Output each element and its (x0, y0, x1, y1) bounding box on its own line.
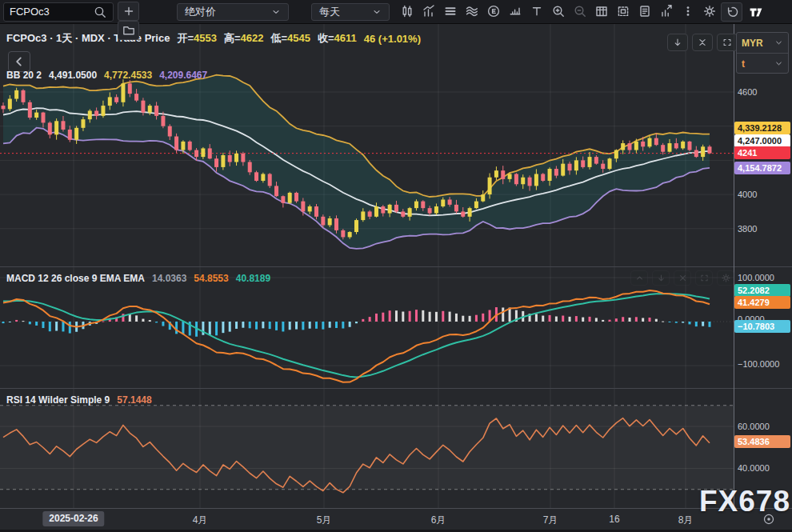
bb-legend[interactable]: BB 20 2 4,491.0500 4,772.4533 4,209.6467 (6, 70, 207, 81)
compare-button[interactable] (418, 2, 438, 20)
maximize-pane-button[interactable] (695, 270, 713, 286)
symbol-title: FCPOc3 · 1天 · MDX · Trade Price (6, 31, 170, 46)
price-mode-dropdown[interactable]: 绝对价 (177, 3, 289, 21)
ohlc-values: 开=4553高=4622低=4545收=4611 (177, 31, 356, 46)
settings-gear-button[interactable] (699, 2, 719, 20)
macd-legend-title: MACD 12 26 close 9 EMA EMA (6, 273, 145, 284)
indicators-button[interactable] (462, 2, 482, 20)
ohlc-pair: 收=4611 (318, 31, 357, 46)
move-pane-down-button[interactable] (667, 34, 688, 51)
rsi-value: 57.1448 (117, 394, 151, 406)
macd-hist-value: 14.0363 (152, 273, 186, 284)
macd-line-value: 54.8553 (194, 273, 228, 284)
macd-signal-value: 40.8189 (236, 273, 270, 284)
unit-value: t (742, 58, 745, 70)
ohlc-pair: 开=4553 (177, 31, 217, 46)
price-mode-value: 绝对价 (185, 5, 216, 19)
time-tick: 4月 (193, 514, 208, 527)
axis-tick: 40.0000 (738, 463, 770, 473)
bb-upper-value: 4,772.4533 (104, 70, 152, 81)
axis-tick: 100.0000 (738, 273, 774, 282)
main-price-pane[interactable] (0, 24, 734, 267)
chevron-down-icon (372, 7, 382, 17)
axis-tick: 4600 (738, 87, 757, 97)
add-symbol-button[interactable] (118, 2, 139, 21)
time-tick: 7月 (543, 514, 558, 527)
zoom-out-button[interactable] (570, 2, 590, 20)
collapse-pane-button[interactable] (692, 34, 713, 51)
interval-dropdown[interactable]: 每天 (311, 3, 390, 21)
text-tool-button[interactable] (526, 2, 546, 20)
bb-upper-price-label: 4,339.2128 (734, 122, 790, 134)
undo-button[interactable] (721, 2, 742, 22)
ohlc-pair: 低=4545 (270, 31, 310, 46)
ohlc-pair: 高=4622 (224, 31, 264, 46)
bb-legend-title: BB 20 2 (6, 70, 42, 81)
macd-line-label: 41.4279 (734, 296, 790, 309)
close-pane-button[interactable] (674, 270, 691, 286)
axis-tick: 60.0000 (738, 422, 770, 431)
main-pane-buttons (667, 34, 738, 51)
symbol-search-value: FCPOc3 (10, 6, 50, 18)
more-options-button[interactable] (678, 2, 698, 20)
pane-settings-button[interactable] (717, 270, 734, 286)
change-value: 46 (+1.01%) (364, 33, 421, 45)
unit-dropdown[interactable]: t (737, 54, 788, 74)
maximize-pane-button[interactable] (717, 34, 738, 51)
notes-button[interactable] (634, 2, 654, 20)
time-tick: 6月 (431, 514, 446, 527)
rsi-legend-title: RSI 14 Wilder Simple 9 (6, 394, 110, 406)
bb-basis-price-label: 4,247.0000 (734, 134, 790, 147)
folder-button[interactable] (118, 21, 139, 40)
macd-pane-buttons (630, 270, 734, 286)
macd-legend[interactable]: MACD 12 26 close 9 EMA EMA 14.0363 54.85… (6, 273, 270, 284)
search-icon (93, 5, 107, 19)
time-tick: 8月 (678, 514, 694, 527)
axis-tick: 4000 (738, 190, 757, 199)
economic-events-button[interactable] (483, 2, 503, 20)
chevron-down-icon (774, 59, 783, 68)
fx678-watermark: FX678 (699, 485, 790, 518)
top-toolbar: FCPOc3 绝对价 每天 (0, 0, 792, 24)
price-axis-separator (734, 24, 734, 509)
macd-signal-label: 52.2082 (734, 284, 790, 297)
bb-basis-value: 4,491.0500 (49, 70, 97, 81)
measure-button[interactable] (505, 2, 525, 20)
macd-hist-label: −10.7803 (734, 320, 790, 333)
zoom-in-button[interactable] (548, 2, 568, 20)
session-start-label[interactable]: 2025-02-26 (42, 511, 104, 526)
pane-separator[interactable] (0, 388, 792, 389)
tradingview-logo[interactable] (745, 2, 767, 22)
candlestick-style-button[interactable] (397, 2, 417, 20)
currency-value: MYR (742, 38, 763, 49)
axis-tick: −100.0000 (738, 359, 779, 369)
pane-separator[interactable] (0, 266, 792, 267)
rsi-value-label: 53.4836 (734, 435, 790, 448)
bb-lower-value: 4,209.6467 (159, 70, 207, 81)
grid-layout-button[interactable] (591, 2, 611, 20)
currency-unit-selector: MYR t (736, 32, 789, 74)
macd-pane[interactable] (0, 267, 734, 389)
symbol-legend-row[interactable]: FCPOc3 · 1天 · MDX · Trade Price 开=4553高=… (6, 31, 421, 46)
move-pane-up-button[interactable] (630, 270, 648, 286)
screenshot-button[interactable] (613, 2, 633, 20)
time-tick: 16 (609, 514, 619, 525)
bb-lower-price-label: 4,154.7872 (734, 162, 790, 174)
interval-value: 每天 (319, 5, 340, 19)
rsi-legend[interactable]: RSI 14 Wilder Simple 9 57.1448 (6, 394, 152, 406)
rsi-pane[interactable] (0, 389, 734, 508)
time-axis[interactable]: 2025-02-26 4月5月6月7月168月 (0, 509, 792, 530)
currency-dropdown[interactable]: MYR (737, 33, 788, 53)
chevron-down-icon (271, 7, 281, 17)
axis-tick: 3800 (738, 224, 757, 234)
last-price-label: 4241 (734, 146, 790, 159)
line-tools-button[interactable] (440, 2, 460, 20)
time-tick: 5月 (317, 514, 332, 527)
chevron-down-icon (774, 38, 783, 47)
trading-chart-app: FCPOc3 绝对价 每天 FCPOc3 · 1天 · MDX · Trade … (0, 0, 792, 532)
publish-chart-button[interactable] (656, 2, 676, 20)
move-pane-down-button[interactable] (652, 270, 670, 286)
symbol-search-input[interactable]: FCPOc3 (3, 2, 114, 22)
